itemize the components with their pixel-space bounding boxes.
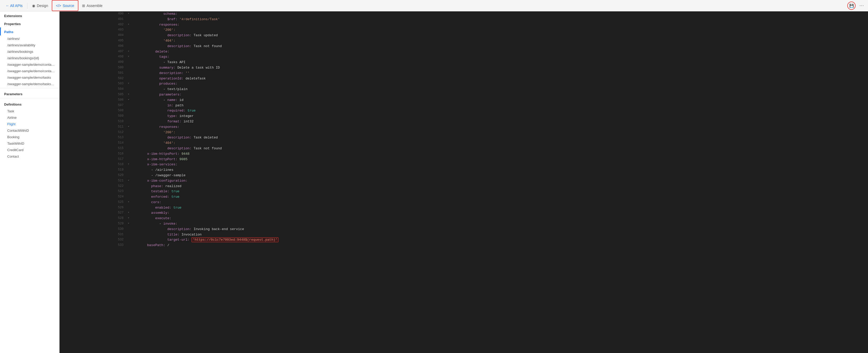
code-editor[interactable]: 490 ▾ schema: 491 $ref: '#/definitions/T… (60, 11, 868, 353)
sidebar-section-extensions[interactable]: Extensions (0, 11, 59, 20)
sidebar-item-airlines-bookings[interactable]: /airlines/bookings (0, 49, 59, 55)
assemble-tab[interactable]: ⊞ Assemble (79, 0, 106, 11)
table-row: 513 description: Task deleted (60, 135, 868, 140)
table-row: 499 - Tasks API (60, 60, 868, 65)
table-row: 519 - /airlines (60, 167, 868, 173)
sidebar-section-definitions[interactable]: Definitions (0, 100, 59, 108)
table-row: 507 in: path (60, 103, 868, 108)
sidebar-item-swagger-contacts[interactable]: /swagger-sample/demo/contacts (0, 61, 59, 68)
table-row: 492 ▾ responses: (60, 22, 868, 28)
table-row: 520 - /swagger-sample (60, 173, 868, 178)
save-icon: 💾 (849, 4, 854, 8)
table-row: 500 summary: Delete a task with ID (60, 65, 868, 71)
sidebar-section-paths[interactable]: Paths (0, 27, 59, 35)
table-row: 508 required: true (60, 108, 868, 114)
table-row: 533 basePath: / (60, 243, 868, 248)
table-row: 517 x-ibm-httpPort: 9085 (60, 157, 868, 162)
table-row: 523 testable: true (60, 189, 868, 194)
table-row: 522 phase: realized (60, 184, 868, 189)
source-icon: </> (56, 4, 61, 8)
nav-right: 💾 ··· (847, 2, 866, 10)
table-row: 528 ▾ execute: (60, 216, 868, 221)
sidebar-item-swagger-tasks-id[interactable]: /swagger-sample/demo/tasks/{... (0, 81, 59, 87)
code-table: 490 ▾ schema: 491 $ref: '#/definitions/T… (60, 11, 868, 248)
table-row: 496 description: Task not found (60, 44, 868, 49)
source-label: Source (63, 4, 74, 8)
table-row: 504 - text/plain (60, 87, 868, 92)
sidebar-item-flight[interactable]: Flight (0, 121, 59, 127)
table-row: 514 '404': (60, 140, 868, 146)
sidebar-section-properties[interactable]: Properties (0, 20, 59, 27)
more-menu-button[interactable]: ··· (858, 2, 866, 10)
sidebar-item-contactwithid[interactable]: ContactWithID (0, 127, 59, 134)
sidebar-item-airline[interactable]: Airline (0, 115, 59, 121)
back-label: ← All APIs (6, 4, 23, 8)
table-row: 494 description: Task updated (60, 33, 868, 38)
sidebar: Extensions Properties Paths /airlines/ /… (0, 11, 60, 353)
table-row: 524 enforced: true (60, 194, 868, 200)
table-row: 518 ▾ x-ibm-services: (60, 162, 868, 167)
table-row: 490 ▾ schema: (60, 11, 868, 17)
top-nav: ← All APIs ◉ Design </> Source ⊞ Assembl… (0, 0, 868, 11)
sidebar-item-airlines-bookings-id[interactable]: /airlines/bookings/{id} (0, 55, 59, 61)
sidebar-item-taskwithid[interactable]: TaskWithID (0, 140, 59, 147)
table-row: 505 ▾ parameters: (60, 92, 868, 98)
table-row: 501 description: '' (60, 71, 868, 76)
table-row: 497 ▾ delete: (60, 49, 868, 55)
table-row: 491 $ref: '#/definitions/Task' (60, 17, 868, 22)
table-row: 493 '200': (60, 27, 868, 33)
sidebar-item-swagger-tasks[interactable]: /swagger-sample/demo/tasks (0, 74, 59, 81)
back-button[interactable]: ← All APIs (2, 0, 26, 11)
assemble-icon: ⊞ (82, 4, 85, 8)
sidebar-item-task[interactable]: Task (0, 108, 59, 115)
sidebar-item-contact[interactable]: Contact (0, 153, 59, 160)
main-layout: Extensions Properties Paths /airlines/ /… (0, 11, 868, 353)
table-row: 510 format: int32 (60, 119, 868, 125)
table-row: 506 ▾ - name: id (60, 98, 868, 103)
design-tab[interactable]: ◉ Design (28, 0, 52, 11)
sidebar-item-booking[interactable]: Booking (0, 134, 59, 140)
table-row: 511 ▾ responses: (60, 125, 868, 130)
design-icon: ◉ (32, 4, 35, 8)
table-row: 531 title: Invocation (60, 232, 868, 237)
table-row: 529 ▾ - invoke: (60, 221, 868, 227)
table-row: 502 operationId: deleteTask (60, 76, 868, 82)
sidebar-divider-1 (0, 88, 59, 89)
assemble-label: Assemble (87, 4, 102, 8)
table-row: 527 ▾ assembly: (60, 211, 868, 216)
table-row: 532 target-url: 'https://0c1c7e7003ed:94… (60, 237, 868, 243)
table-row: 512 '200': (60, 130, 868, 135)
source-tab[interactable]: </> Source (52, 0, 79, 11)
table-row: 515 description: Task not found (60, 146, 868, 151)
table-row: 498 ▾ tags: (60, 54, 868, 60)
table-row: 495 '404': (60, 38, 868, 44)
sidebar-item-airlines-availability[interactable]: /airlines/availability (0, 42, 59, 49)
sidebar-item-swagger-contac[interactable]: /swagger-sample/demo/contac... (0, 68, 59, 74)
table-row: 525 ▾ cors: (60, 200, 868, 205)
sidebar-section-parameters[interactable]: Parameters (0, 90, 59, 98)
table-row: 530 description: Invoking back-end servi… (60, 227, 868, 232)
table-row: 521 ▾ x-ibm-configuration: (60, 178, 868, 184)
design-label: Design (37, 4, 48, 8)
table-row: 516 x-ibm-httpsPort: 9448 (60, 151, 868, 157)
more-icon: ··· (860, 3, 864, 8)
sidebar-divider-2 (0, 99, 59, 99)
sidebar-item-airlines[interactable]: /airlines/ (0, 35, 59, 42)
table-row: 503 ▾ produces: (60, 81, 868, 87)
table-row: 526 enabled: true (60, 205, 868, 211)
save-button[interactable]: 💾 (847, 2, 856, 10)
sidebar-item-creditcard[interactable]: CreditCard (0, 147, 59, 153)
table-row: 509 type: integer (60, 114, 868, 119)
